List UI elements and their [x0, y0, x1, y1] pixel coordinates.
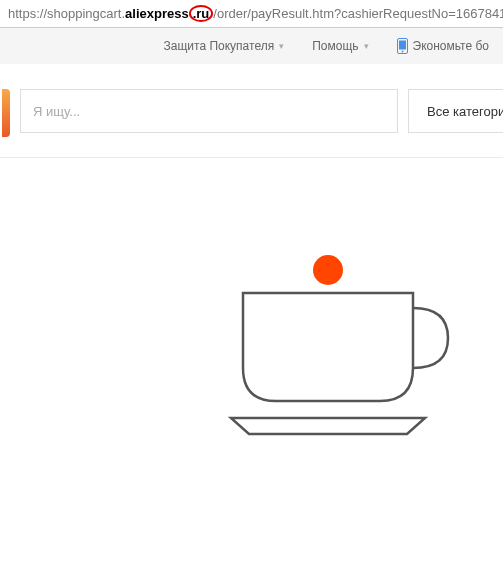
nav-buyer-protection[interactable]: Защита Покупателя ▾: [150, 39, 299, 53]
url-circled-tld: .ru: [189, 5, 214, 22]
logo-edge: [2, 89, 10, 137]
svg-point-3: [313, 255, 343, 285]
category-label: Все категории: [427, 104, 503, 119]
svg-rect-1: [399, 41, 406, 50]
nav-label: Помощь: [312, 39, 358, 53]
url-domain: aliexpress: [125, 6, 189, 21]
svg-point-2: [401, 51, 403, 53]
search-row: Я ищу... Все категории: [0, 89, 503, 139]
top-navigation: Защита Покупателя ▾ Помощь ▾ Экономьте б…: [0, 28, 503, 64]
url-suffix: /order/payResult.htm?cashierRequestNo=16…: [213, 6, 503, 21]
nav-save-more[interactable]: Экономьте бо: [383, 38, 503, 54]
address-bar[interactable]: https://shoppingcart.aliexpress.ru/order…: [0, 0, 503, 28]
search-placeholder: Я ищу...: [33, 104, 80, 119]
chevron-down-icon: ▾: [279, 41, 284, 51]
illustration-area: [0, 158, 503, 548]
search-input[interactable]: Я ищу...: [20, 89, 398, 133]
url-prefix: https://shoppingcart.: [8, 6, 125, 21]
phone-icon: [397, 38, 408, 54]
coffee-cup-icon: [213, 238, 473, 468]
nav-label: Экономьте бо: [413, 39, 489, 53]
chevron-down-icon: ▾: [364, 41, 369, 51]
nav-help[interactable]: Помощь ▾: [298, 39, 382, 53]
category-select[interactable]: Все категории: [408, 89, 503, 133]
nav-label: Защита Покупателя: [164, 39, 275, 53]
